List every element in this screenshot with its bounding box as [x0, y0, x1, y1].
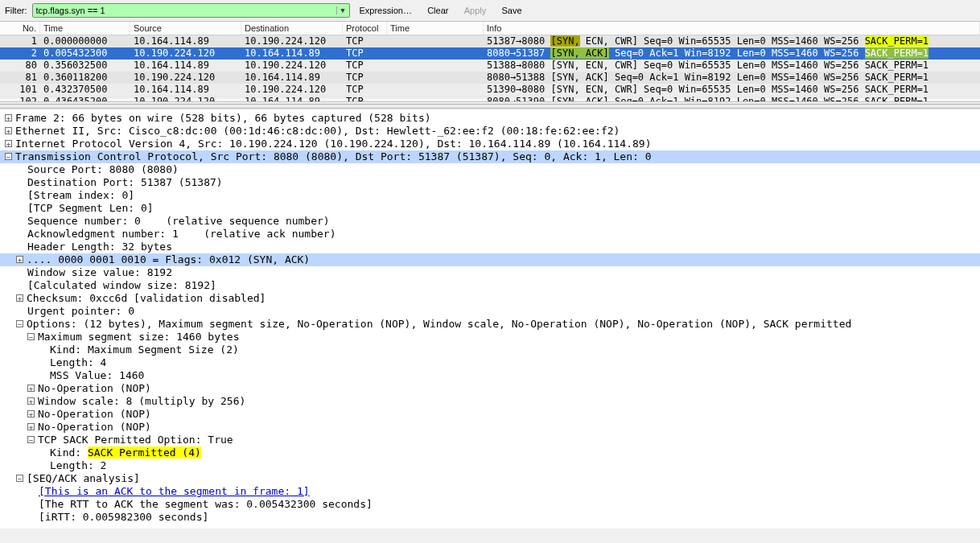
table-row[interactable]: 20.00543230010.190.224.12010.164.114.89T… [0, 47, 980, 60]
cell-info: 51388→8080 [SYN, ECN, CWR] Seq=0 Win=655… [484, 60, 980, 72]
col-time2[interactable]: Time [387, 22, 484, 35]
cell-time2 [387, 35, 484, 47]
detail-tcp[interactable]: −Transmission Control Protocol, Src Port… [0, 150, 980, 163]
opt-mss-len[interactable]: Length: 4 [0, 356, 980, 369]
seqack-irtt[interactable]: [iRTT: 0.005982300 seconds] [0, 511, 980, 524]
seqack-link[interactable]: [This is an ACK to the segment in frame:… [0, 485, 980, 498]
cell-time: 0.005432300 [40, 47, 130, 60]
cell-no: 81 [0, 72, 40, 84]
table-row[interactable]: 10.00000000010.164.114.8910.190.224.120T… [0, 35, 980, 47]
opt-mss-val[interactable]: MSS Value: 1460 [0, 369, 980, 382]
filter-input-wrap[interactable]: ▼ [32, 3, 350, 18]
tcp-flag-badge: [SYN, [550, 60, 579, 71]
expand-icon[interactable]: + [16, 294, 23, 302]
cell-time: 0.436435200 [40, 96, 130, 101]
collapse-icon[interactable]: − [16, 320, 23, 327]
table-row[interactable]: 810.36011820010.190.224.12010.164.114.89… [0, 72, 980, 84]
opt-sack-len[interactable]: Length: 2 [0, 459, 980, 472]
opt-nop2[interactable]: +No-Operation (NOP) [0, 408, 980, 421]
expand-icon[interactable]: + [27, 385, 35, 392]
seqack[interactable]: −[SEQ/ACK analysis] [0, 472, 980, 485]
expand-icon[interactable]: + [27, 410, 35, 418]
cell-dst: 10.190.224.120 [241, 35, 343, 47]
opt-sack-kind[interactable]: Kind: SACK Permitted (4) [0, 446, 980, 459]
opt-ws[interactable]: +Window scale: 8 (multiply by 256) [0, 395, 980, 408]
cell-info: 8080→51390 [SYN, ACK] Seq=0 Ack=1 Win=81… [484, 96, 980, 101]
filter-dropdown-icon[interactable]: ▼ [336, 6, 349, 14]
filter-save-button[interactable]: Save [496, 6, 526, 15]
cell-info: 51387→8080 [SYN, ECN, CWR] Seq=0 Win=655… [484, 35, 980, 47]
cell-proto: TCP [343, 96, 387, 101]
expand-icon[interactable]: + [5, 127, 12, 134]
filter-expression-button[interactable]: Expression… [355, 6, 417, 15]
cell-time2 [387, 47, 484, 60]
opt-nop3[interactable]: +No-Operation (NOP) [0, 421, 980, 434]
collapse-icon[interactable]: − [27, 436, 35, 443]
detail-frame[interactable]: +Frame 2: 66 bytes on wire (528 bits), 6… [0, 112, 980, 125]
cell-proto: TCP [343, 72, 387, 84]
expand-icon[interactable]: + [5, 114, 12, 121]
cell-dst: 10.190.224.120 [241, 60, 343, 72]
tcp-acknum[interactable]: Acknowledgment number: 1 (relative ack n… [0, 228, 980, 241]
collapse-icon[interactable]: − [16, 475, 23, 482]
sack-perm-badge: SACK_PERM=1 [865, 72, 929, 83]
cell-src: 10.190.224.120 [130, 47, 241, 60]
col-info[interactable]: Info [484, 22, 980, 35]
collapse-icon[interactable]: − [27, 333, 35, 340]
detail-ip[interactable]: +Internet Protocol Version 4, Src: 10.19… [0, 138, 980, 150]
opt-nop1[interactable]: +No-Operation (NOP) [0, 382, 980, 395]
expand-icon[interactable]: + [5, 140, 12, 147]
table-row-cut[interactable]: 102 0.436435200 10.190.224.120 10.164.11… [0, 96, 980, 101]
tcp-srcport[interactable]: Source Port: 8080 (8080) [0, 163, 980, 176]
splitter[interactable] [0, 104, 980, 109]
cell-dst: 10.164.114.89 [241, 72, 343, 84]
tcp-checksum[interactable]: +Checksum: 0xcc6d [validation disabled] [0, 292, 980, 305]
filter-apply-button[interactable]: Apply [459, 6, 492, 15]
cell-info: 51390→8080 [SYN, ECN, CWR] Seq=0 Win=655… [484, 84, 980, 96]
seqack-rtt[interactable]: [The RTT to ACK the segment was: 0.00543… [0, 498, 980, 511]
cell-dst: 10.190.224.120 [241, 84, 343, 96]
cell-time: 0.360118200 [40, 72, 130, 84]
expand-icon[interactable]: + [16, 256, 23, 263]
tcp-winsize[interactable]: Window size value: 8192 [0, 266, 980, 279]
cell-proto: TCP [343, 35, 387, 47]
expand-icon[interactable]: + [27, 423, 35, 430]
tcp-calcwin[interactable]: [Calculated window size: 8192] [0, 279, 980, 292]
filter-actions: Expression… Clear Apply Save [355, 5, 527, 16]
highlight-sack: SACK Permitted (4) [88, 446, 201, 459]
filter-clear-button[interactable]: Clear [422, 6, 453, 15]
tcp-flags[interactable]: +.... 0000 0001 0010 = Flags: 0x012 (SYN… [0, 253, 980, 266]
detail-eth[interactable]: +Ethernet II, Src: Cisco_c8:dc:00 (00:1d… [0, 125, 980, 138]
cell-proto: TCP [343, 60, 387, 72]
opt-mss-kind[interactable]: Kind: Maximum Segment Size (2) [0, 343, 980, 356]
col-dst[interactable]: Destination [241, 22, 343, 35]
cell-dst: 10.164.114.89 [241, 96, 343, 101]
packet-list-header[interactable]: No. Time Source Destination Protocol Tim… [0, 22, 980, 35]
cell-proto: TCP [343, 47, 387, 60]
table-row[interactable]: 800.35603250010.164.114.8910.190.224.120… [0, 60, 980, 72]
sack-perm-badge: SACK_PERM=1 [865, 35, 929, 47]
tcp-stream[interactable]: [Stream index: 0] [0, 189, 980, 202]
tcp-hdrlen[interactable]: Header Length: 32 bytes [0, 241, 980, 253]
opt-mss[interactable]: −Maximum segment size: 1460 bytes [0, 331, 980, 343]
cell-time2 [387, 60, 484, 72]
tcp-flag-badge: [SYN, [550, 35, 579, 47]
tcp-dstport[interactable]: Destination Port: 51387 (51387) [0, 176, 980, 189]
cell-no: 1 [0, 35, 40, 47]
expand-icon[interactable]: + [27, 397, 35, 405]
filter-input[interactable] [33, 4, 336, 17]
tcp-seqnum[interactable]: Sequence number: 0 (relative sequence nu… [0, 215, 980, 228]
sack-perm-badge: SACK_PERM=1 [865, 84, 929, 95]
col-src[interactable]: Source [130, 22, 241, 35]
col-time[interactable]: Time [40, 22, 130, 35]
col-no[interactable]: No. [0, 22, 40, 35]
col-proto[interactable]: Protocol [343, 22, 387, 35]
packet-list: No. Time Source Destination Protocol Tim… [0, 21, 980, 102]
tcp-options[interactable]: −Options: (12 bytes), Maximum segment si… [0, 318, 980, 331]
opt-sack[interactable]: −TCP SACK Permitted Option: True [0, 434, 980, 446]
table-row[interactable]: 1010.43237050010.164.114.8910.190.224.12… [0, 84, 980, 96]
filter-label: Filter: [5, 6, 27, 15]
collapse-icon[interactable]: − [5, 153, 12, 160]
tcp-urgent[interactable]: Urgent pointer: 0 [0, 305, 980, 318]
tcp-seglen[interactable]: [TCP Segment Len: 0] [0, 202, 980, 215]
